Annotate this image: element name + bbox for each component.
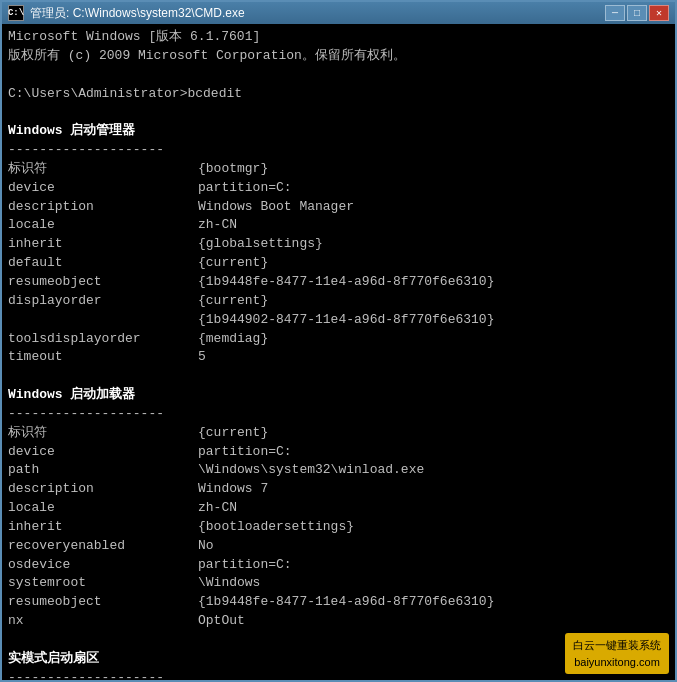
entry-loader-locale: localezh-CN: [8, 499, 669, 518]
section3-title: 实模式启动扇区: [8, 650, 669, 669]
title-bar: C:\ 管理员: C:\Windows\system32\CMD.exe ─ □…: [2, 2, 675, 24]
entry-loader-resumeobj: resumeobject{1b9448fe-8477-11e4-a96d-8f7…: [8, 593, 669, 612]
entry-bootmgr-disporder1: displayorder{current}: [8, 292, 669, 311]
entry-bootmgr-desc: descriptionWindows Boot Manager: [8, 198, 669, 217]
blank2: [8, 103, 669, 122]
entry-bootmgr-timeout: timeout5: [8, 348, 669, 367]
entry-loader-sysroot: systemroot\Windows: [8, 574, 669, 593]
entry-loader-desc: descriptionWindows 7: [8, 480, 669, 499]
entry-loader-inherit: inherit{bootloadersettings}: [8, 518, 669, 537]
divider1: --------------------: [8, 141, 669, 160]
entry-bootmgr-id: 标识符{bootmgr}: [8, 160, 669, 179]
entry-loader-path: path\Windows\system32\winload.exe: [8, 461, 669, 480]
entry-bootmgr-tools: toolsdisplayorder{memdiag}: [8, 330, 669, 349]
window-controls: ─ □ ✕: [605, 5, 669, 21]
entry-bootmgr-locale: localezh-CN: [8, 216, 669, 235]
entry-loader-recovery: recoveryenabledNo: [8, 537, 669, 556]
section2-title: Windows 启动加载器: [8, 386, 669, 405]
entry-bootmgr-resumeobj: resumeobject{1b9448fe-8477-11e4-a96d-8f7…: [8, 273, 669, 292]
window-title: 管理员: C:\Windows\system32\CMD.exe: [30, 5, 245, 22]
entry-bootmgr-inherit: inherit{globalsettings}: [8, 235, 669, 254]
prompt-line: C:\Users\Administrator>bcdedit: [8, 85, 669, 104]
divider3: --------------------: [8, 669, 669, 680]
maximize-button[interactable]: □: [627, 5, 647, 21]
minimize-button[interactable]: ─: [605, 5, 625, 21]
copyright-line: 版权所有 (c) 2009 Microsoft Corporation。保留所有…: [8, 47, 669, 66]
blank1: [8, 66, 669, 85]
divider2: --------------------: [8, 405, 669, 424]
entry-loader-device: devicepartition=C:: [8, 443, 669, 462]
entry-loader-nx: nxOptOut: [8, 612, 669, 631]
section1-title: Windows 启动管理器: [8, 122, 669, 141]
entry-bootmgr-default: default{current}: [8, 254, 669, 273]
close-button[interactable]: ✕: [649, 5, 669, 21]
app-icon: C:\: [8, 5, 24, 21]
entry-bootmgr-device: devicepartition=C:: [8, 179, 669, 198]
entry-loader-osdevice: osdevicepartition=C:: [8, 556, 669, 575]
blank3: [8, 367, 669, 386]
terminal-content: Microsoft Windows [版本 6.1.7601] 版权所有 (c)…: [2, 24, 675, 680]
blank4: [8, 631, 669, 650]
entry-loader-id: 标识符{current}: [8, 424, 669, 443]
win-version-line: Microsoft Windows [版本 6.1.7601]: [8, 28, 669, 47]
entry-bootmgr-disporder2: {1b944902-8477-11e4-a96d-8f770f6e6310}: [8, 311, 669, 330]
